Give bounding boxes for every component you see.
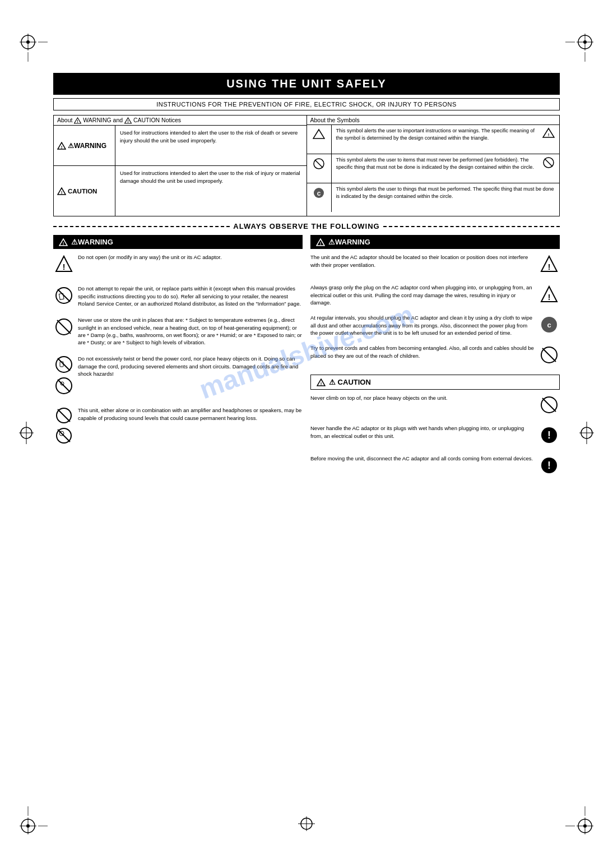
right-warn-text-2: Always grasp only the plug on the AC ada… — [310, 284, 535, 306]
right-col: ! ⚠WARNING The unit and the AC adaptor s… — [310, 235, 560, 485]
svg-line-76 — [542, 348, 556, 362]
svg-point-5 — [26, 40, 30, 44]
svg-text:!: ! — [548, 293, 551, 302]
caution-item-2: Never handle the AC adaptor or its plugs… — [310, 424, 560, 447]
left-warn-icon-5 — [53, 407, 75, 447]
page-title: USING THE UNIT SAFELY — [53, 73, 560, 95]
svg-line-60 — [58, 380, 70, 392]
left-warn-text-4: Do not excessively twist or bend the pow… — [78, 355, 303, 377]
main-content: USING THE UNIT SAFELY INSTRUCTIONS FOR T… — [53, 73, 560, 485]
right-warn-icon-3: c — [538, 315, 560, 336]
left-warn-item-2: Do not attempt to repair the unit, or re… — [53, 285, 303, 307]
bottom-center-mark — [295, 815, 318, 834]
symbol-row-1: ! This symbol alerts the user to importa… — [307, 124, 560, 154]
right-warn-item-1: The unit and the AC adaptor should be lo… — [310, 253, 560, 276]
svg-text:!: ! — [127, 119, 128, 123]
right-warn-item-2: Always grasp only the plug on the AC ada… — [310, 284, 560, 306]
svg-line-65 — [58, 430, 70, 442]
svg-text:c: c — [547, 321, 551, 329]
caution-notice-row: ! CAUTION Used for instructions intended… — [54, 165, 306, 216]
notices-section: About ! WARNING and ! CAUTION Notices ! … — [53, 115, 560, 216]
svg-line-63 — [58, 409, 70, 422]
svg-point-23 — [583, 824, 587, 828]
symbol-desc-3: This symbol alerts the user to things th… — [332, 183, 560, 212]
caution-label: ! CAUTION — [54, 166, 115, 216]
safety-grid: ! ⚠WARNING ! Do not open (or modify in a… — [53, 235, 560, 485]
symbol-desc-2: This symbol alerts the user to items tha… — [332, 154, 560, 183]
warning-label: ! ⚠WARNING — [54, 126, 115, 165]
left-warn-text-3: Never use or store the unit in places th… — [78, 316, 303, 346]
symbol-row-2: This symbol alerts the user to items tha… — [307, 154, 560, 183]
right-warn-item-4: Try to prevent cords and cables from bec… — [310, 344, 560, 367]
warning-notice-row: ! ⚠WARNING Used for instructions intende… — [54, 125, 306, 165]
dashed-line-left — [53, 226, 230, 227]
warning-notice-text: Used for instructions intended to alert … — [115, 126, 306, 165]
notices-left: About ! WARNING and ! CAUTION Notices ! … — [54, 116, 307, 216]
left-warning-header: ! ⚠WARNING — [53, 235, 303, 249]
corner-mark-br — [563, 804, 596, 837]
right-warn-text-1: The unit and the AC adaptor should be lo… — [310, 253, 535, 269]
caution-icon-2: ! — [538, 426, 560, 447]
left-warn-text-1: Do not open (or modify in any way) the u… — [78, 253, 303, 261]
caution-header: ! ⚠ CAUTION — [310, 375, 560, 390]
svg-text:!: ! — [547, 430, 551, 441]
caution-item-1: Never climb on top of, nor place heavy o… — [310, 394, 560, 417]
svg-text:!: ! — [321, 381, 322, 386]
svg-text:!: ! — [63, 262, 66, 271]
corner-mark-tr — [563, 31, 596, 64]
right-warn-icon-1: ! — [538, 255, 560, 276]
svg-line-80 — [542, 398, 556, 412]
symbol-row-3: c This symbol alerts the user to things … — [307, 183, 560, 212]
caution-icon-3: ! — [538, 456, 560, 477]
right-warning-header: ! ⚠WARNING — [310, 235, 560, 249]
right-warn-text-3: At regular intervals, you should unplug … — [310, 314, 535, 336]
svg-line-57 — [58, 358, 70, 371]
caution-notice-text: Used for instructions intended to alert … — [115, 166, 306, 216]
left-warn-item-5: This unit, either alone or in combinatio… — [53, 407, 303, 447]
svg-text:!: ! — [77, 119, 78, 123]
symbol-desc-1: ! This symbol alerts the user to importa… — [332, 125, 560, 154]
svg-text:!: ! — [61, 190, 63, 195]
right-warn-icon-4 — [538, 345, 560, 367]
symbol-icon-1 — [307, 125, 332, 154]
svg-text:!: ! — [320, 241, 322, 246]
caution-item-3: Before moving the unit, disconnect the A… — [310, 455, 560, 477]
right-warn-text-4: Try to prevent cords and cables from bec… — [310, 344, 535, 359]
svg-text:c: c — [317, 190, 321, 197]
svg-text:!: ! — [548, 132, 550, 137]
instructions-bar: INSTRUCTIONS FOR THE PREVENTION OF FIRE,… — [53, 98, 560, 110]
symbol-icon-3: c — [307, 183, 332, 212]
right-warn-icon-2: ! — [538, 285, 560, 306]
svg-point-11 — [583, 40, 587, 44]
left-warn-item-1: ! Do not open (or modify in any way) the… — [53, 253, 303, 276]
svg-line-55 — [57, 320, 71, 334]
left-warn-icon-1: ! — [53, 255, 75, 276]
corner-mark-tl — [17, 31, 50, 64]
svg-text:!: ! — [547, 460, 551, 471]
corner-mark-bl — [17, 804, 50, 837]
notices-right: About the Symbols ! This symbol alerts t… — [307, 116, 560, 216]
left-warn-icon-2 — [53, 286, 75, 307]
svg-text:!: ! — [61, 145, 63, 150]
svg-line-42 — [315, 160, 323, 168]
right-warn-item-3: At regular intervals, you should unplug … — [310, 314, 560, 336]
left-warn-text-5: This unit, either alone or in combinatio… — [78, 407, 303, 422]
svg-point-17 — [26, 824, 30, 828]
side-mark-right — [578, 419, 595, 449]
svg-line-44 — [545, 159, 552, 167]
svg-text:!: ! — [548, 262, 551, 271]
left-warning-col: ! ⚠WARNING ! Do not open (or modify in a… — [53, 235, 303, 485]
caution-text-1: Never climb on top of, nor place heavy o… — [310, 394, 535, 401]
caution-text-3: Before moving the unit, disconnect the A… — [310, 455, 535, 462]
svg-marker-38 — [313, 130, 324, 138]
svg-rect-53 — [59, 293, 64, 299]
caution-text-2: Never handle the AC adaptor or its plugs… — [310, 424, 535, 440]
svg-text:!: ! — [63, 241, 64, 246]
left-warn-icon-3 — [53, 317, 75, 339]
symbol-icon-2 — [307, 154, 332, 183]
symbols-header: About the Symbols — [307, 116, 560, 124]
left-warn-item-4: Do not excessively twist or bend the pow… — [53, 355, 303, 398]
always-observe-row: ALWAYS OBSERVE THE FOLLOWING — [53, 222, 560, 230]
left-warn-item-3: Never use or store the unit in places th… — [53, 316, 303, 346]
caution-icon-1 — [538, 395, 560, 417]
